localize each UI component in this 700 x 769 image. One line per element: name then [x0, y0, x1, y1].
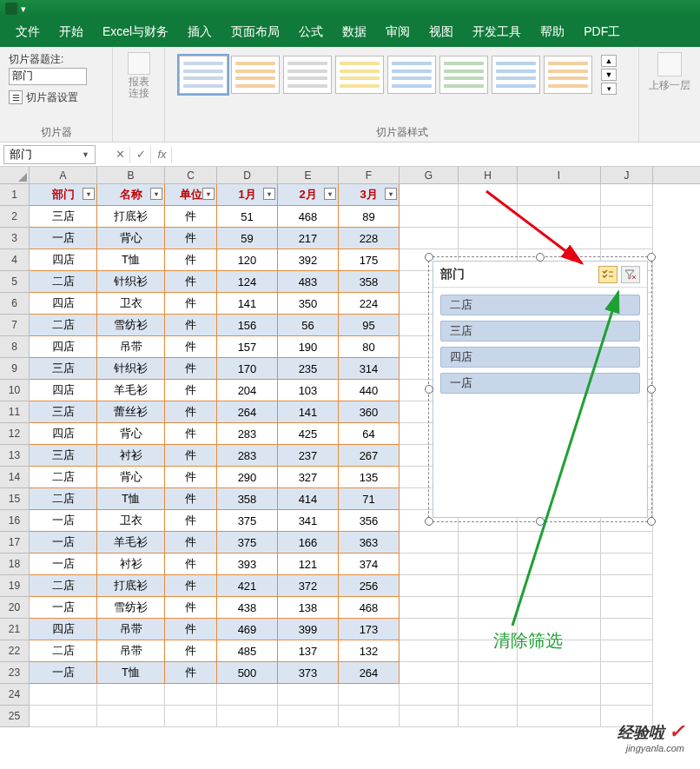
- table-cell[interactable]: 190: [278, 336, 339, 358]
- table-cell[interactable]: 327: [278, 467, 339, 488]
- cell[interactable]: [601, 206, 653, 228]
- table-cell[interactable]: 71: [339, 488, 400, 510]
- cell[interactable]: [518, 554, 601, 575]
- slicer-item[interactable]: 一店: [440, 373, 640, 394]
- row-header[interactable]: 19: [0, 575, 30, 597]
- style-item[interactable]: [283, 56, 332, 94]
- table-cell[interactable]: 件: [165, 597, 217, 619]
- table-cell[interactable]: 二店: [30, 640, 97, 662]
- table-cell[interactable]: 468: [339, 597, 400, 619]
- style-item[interactable]: [439, 56, 488, 94]
- col-header[interactable]: F: [339, 167, 400, 183]
- clear-filter-button[interactable]: [621, 266, 640, 283]
- tab-review[interactable]: 审阅: [377, 19, 419, 45]
- table-cell[interactable]: 217: [278, 228, 339, 249]
- table-cell[interactable]: 469: [217, 619, 278, 640]
- table-cell[interactable]: 件: [165, 575, 217, 597]
- tab-insert[interactable]: 插入: [179, 19, 221, 45]
- style-item[interactable]: [335, 56, 384, 94]
- cell[interactable]: [30, 706, 97, 727]
- fx-icon[interactable]: fx: [153, 146, 172, 163]
- table-cell[interactable]: 135: [339, 467, 400, 488]
- table-cell[interactable]: 件: [165, 315, 217, 336]
- table-cell[interactable]: 59: [217, 228, 278, 249]
- cell[interactable]: [459, 206, 518, 228]
- table-cell[interactable]: 235: [278, 358, 339, 380]
- table-cell[interactable]: 95: [339, 315, 400, 336]
- cell[interactable]: [459, 532, 518, 554]
- table-header-cell[interactable]: 部门▾: [30, 184, 97, 206]
- table-cell[interactable]: 打底衫: [97, 575, 165, 597]
- cell[interactable]: [518, 532, 601, 554]
- cell[interactable]: [518, 184, 601, 206]
- table-cell[interactable]: 51: [217, 206, 278, 228]
- cell[interactable]: [518, 684, 601, 706]
- table-cell[interactable]: 一店: [30, 510, 97, 532]
- tab-view[interactable]: 视图: [420, 19, 462, 45]
- table-cell[interactable]: 483: [278, 271, 339, 293]
- row-header[interactable]: 12: [0, 423, 30, 445]
- cell[interactable]: [459, 684, 518, 706]
- table-cell[interactable]: 414: [278, 488, 339, 510]
- cell[interactable]: [601, 184, 653, 206]
- table-cell[interactable]: 204: [217, 380, 278, 401]
- table-cell[interactable]: 360: [339, 401, 400, 423]
- table-cell[interactable]: 314: [339, 358, 400, 380]
- slicer-pane[interactable]: 部门 二店三店四店一店: [433, 261, 648, 518]
- tab-data[interactable]: 数据: [333, 19, 375, 45]
- table-header-cell[interactable]: 2月▾: [278, 184, 339, 206]
- cell[interactable]: [400, 706, 459, 727]
- table-cell[interactable]: 三店: [30, 401, 97, 423]
- table-cell[interactable]: 件: [165, 467, 217, 488]
- table-cell[interactable]: 267: [339, 445, 400, 467]
- table-cell[interactable]: 56: [278, 315, 339, 336]
- col-header[interactable]: E: [278, 167, 339, 183]
- slicer-item[interactable]: 三店: [440, 321, 640, 341]
- table-cell[interactable]: 背心: [97, 467, 165, 488]
- tab-pdf[interactable]: PDF工: [575, 19, 629, 45]
- table-cell[interactable]: 件: [165, 488, 217, 510]
- table-cell[interactable]: 399: [278, 619, 339, 640]
- row-header[interactable]: 7: [0, 315, 30, 336]
- table-cell[interactable]: 256: [339, 575, 400, 597]
- cell[interactable]: [30, 684, 97, 706]
- cell[interactable]: [400, 532, 459, 554]
- table-cell[interactable]: 件: [165, 336, 217, 358]
- filter-dropdown-icon[interactable]: ▾: [385, 188, 397, 200]
- cell[interactable]: [278, 684, 339, 706]
- chevron-down-icon[interactable]: ▼: [82, 150, 89, 159]
- table-cell[interactable]: 341: [278, 510, 339, 532]
- table-cell[interactable]: 针织衫: [97, 271, 165, 293]
- row-header[interactable]: 11: [0, 401, 30, 423]
- table-cell[interactable]: 228: [339, 228, 400, 249]
- table-cell[interactable]: 背心: [97, 423, 165, 445]
- table-cell[interactable]: 一店: [30, 597, 97, 619]
- cell[interactable]: [217, 684, 278, 706]
- table-cell[interactable]: 一店: [30, 228, 97, 249]
- tab-excel-finance[interactable]: Excel与财务: [94, 19, 177, 45]
- col-header[interactable]: J: [601, 167, 653, 183]
- cell[interactable]: [400, 597, 459, 619]
- cell[interactable]: [459, 597, 518, 619]
- table-cell[interactable]: 四店: [30, 293, 97, 315]
- table-cell[interactable]: 件: [165, 358, 217, 380]
- cell[interactable]: [601, 597, 653, 619]
- cell[interactable]: [459, 184, 518, 206]
- row-header[interactable]: 17: [0, 532, 30, 554]
- table-cell[interactable]: 件: [165, 423, 217, 445]
- table-cell[interactable]: 141: [278, 401, 339, 423]
- table-cell[interactable]: 124: [217, 271, 278, 293]
- col-header[interactable]: A: [30, 167, 97, 183]
- table-cell[interactable]: 一店: [30, 532, 97, 554]
- table-cell[interactable]: 438: [217, 597, 278, 619]
- qat-button[interactable]: [5, 3, 17, 15]
- cell[interactable]: [601, 619, 653, 640]
- table-cell[interactable]: 283: [217, 445, 278, 467]
- cancel-icon[interactable]: ✕: [111, 146, 130, 163]
- report-connection-button[interactable]: 报表 连接: [122, 52, 155, 99]
- formula-input[interactable]: [172, 145, 700, 164]
- table-cell[interactable]: T恤: [97, 488, 165, 510]
- table-cell[interactable]: 141: [217, 293, 278, 315]
- table-header-cell[interactable]: 1月▾: [217, 184, 278, 206]
- cell[interactable]: [97, 706, 165, 727]
